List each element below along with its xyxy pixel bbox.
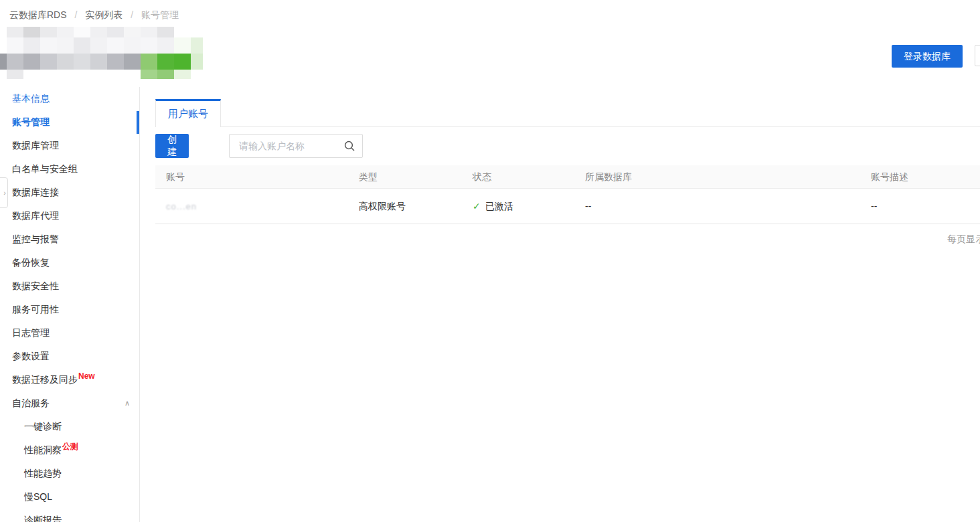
mosaic-cell	[107, 54, 124, 70]
mosaic-cell	[40, 27, 57, 37]
redacted-account-name: co...en	[166, 201, 197, 211]
sidebar-item-label: 备份恢复	[12, 257, 50, 268]
mosaic-cell	[23, 54, 40, 70]
header-actions: 登录数据库 操作指引	[892, 45, 980, 68]
mosaic-cell	[90, 54, 107, 70]
mosaic-cell	[23, 37, 40, 54]
sidebar-item-9[interactable]: 服务可用性	[0, 298, 139, 321]
breadcrumb-account-management: 账号管理	[141, 9, 179, 20]
mosaic-cell	[124, 54, 141, 70]
column-header-description: 账号描述	[871, 165, 908, 188]
mosaic-cell	[40, 54, 57, 70]
mosaic-cell	[124, 37, 141, 54]
mosaic-cell	[124, 27, 141, 37]
mosaic-cell	[7, 27, 23, 37]
mosaic-cell	[57, 54, 74, 70]
sidebar-item-18[interactable]: 诊断报告	[0, 509, 139, 522]
sidebar-item-6[interactable]: 监控与报警	[0, 228, 139, 251]
sidebar-item-3[interactable]: 白名单与安全组	[0, 157, 139, 181]
cell-type: 高权限账号	[359, 189, 406, 224]
mosaic-cell	[57, 27, 74, 37]
mosaic-cell	[141, 54, 157, 70]
tab-user-accounts[interactable]: 用户账号	[155, 99, 221, 127]
sidebar-item-label: 服务可用性	[12, 304, 59, 315]
column-header-databases: 所属数据库	[585, 165, 632, 188]
mosaic-cell	[174, 54, 191, 70]
breadcrumb-instance-list[interactable]: 实例列表	[85, 9, 122, 20]
breadcrumb-separator: /	[74, 9, 77, 20]
mosaic-cell	[191, 54, 203, 70]
mosaic-cell	[157, 27, 174, 37]
sidebar-item-8[interactable]: 数据安全性	[0, 274, 139, 298]
accounts-table: 账号类型状态所属数据库账号描述 co...en高权限账号✓已激活----	[155, 165, 980, 224]
mosaic-cell	[157, 54, 174, 70]
cell-databases: --	[585, 189, 591, 224]
sidebar-item-11[interactable]: 参数设置	[0, 345, 139, 368]
mosaic-cell	[107, 27, 124, 37]
sidebar-item-16[interactable]: 性能趋势	[0, 462, 139, 485]
breadcrumb-separator: /	[131, 9, 133, 20]
sidebar-menu: 基本信息账号管理数据库管理白名单与安全组数据库连接数据库代理监控与报警备份恢复数…	[0, 87, 140, 522]
cell-status: ✓已激活	[473, 189, 513, 224]
sidebar-item-label: 数据迁移及同步	[12, 374, 78, 385]
mosaic-cell	[0, 54, 7, 70]
sidebar-item-5[interactable]: 数据库代理	[0, 204, 139, 228]
sidebar-item-15[interactable]: 性能洞察公测	[0, 438, 139, 462]
mosaic-cell	[7, 70, 23, 79]
sidebar-item-17[interactable]: 慢SQL	[0, 485, 139, 509]
mosaic-cell	[90, 37, 107, 54]
sidebar-item-label: 性能趋势	[24, 468, 62, 478]
sidebar-item-label: 诊断报告	[24, 515, 62, 522]
sidebar-item-label: 慢SQL	[24, 491, 52, 502]
sidebar-item-13[interactable]: 自治服务∧	[0, 392, 139, 415]
sidebar-item-1[interactable]: 账号管理	[0, 110, 139, 134]
sidebar-item-7[interactable]: 备份恢复	[0, 251, 139, 274]
sidebar-item-label: 数据库管理	[12, 140, 59, 151]
rds-account-management-page: { "colors":{"accent":"#1a6bdb","sidebar_…	[0, 0, 980, 522]
sidebar-item-label: 自治服务	[12, 398, 50, 408]
operation-guide-button-clipped[interactable]: 操作指引	[975, 45, 980, 66]
mosaic-cell	[191, 37, 203, 54]
sidebar-collapse-toggle-icon[interactable]: ›	[0, 177, 8, 208]
sidebar-item-10[interactable]: 日志管理	[0, 321, 139, 345]
sidebar-item-label: 基本信息	[12, 93, 50, 104]
sidebar-item-label: 性能洞察	[24, 444, 62, 455]
mosaic-cell	[107, 37, 124, 54]
column-header-status: 状态	[473, 165, 491, 188]
sidebar-item-0[interactable]: 基本信息	[0, 87, 139, 110]
sidebar-item-label: 数据库代理	[12, 210, 59, 221]
column-header-type: 类型	[359, 165, 378, 188]
pagination-per-page-label: 每页显示	[947, 234, 980, 246]
sidebar-item-label: 参数设置	[12, 351, 50, 361]
mosaic-cell	[174, 37, 191, 54]
mosaic-cell	[74, 37, 90, 54]
sidebar-item-label: 一键诊断	[24, 421, 62, 432]
login-database-button[interactable]: 登录数据库	[892, 45, 963, 68]
mosaic-cell	[157, 70, 174, 79]
mosaic-cell	[157, 37, 174, 54]
mosaic-cell	[23, 27, 40, 37]
mosaic-cell	[7, 54, 23, 70]
chevron-up-icon[interactable]: ∧	[125, 392, 130, 415]
table-row: co...en高权限账号✓已激活----	[155, 189, 980, 224]
sidebar-item-4[interactable]: 数据库连接	[0, 181, 139, 204]
mosaic-cell	[141, 37, 157, 54]
tab-strip: 用户账号	[155, 99, 980, 127]
cell-description: --	[871, 189, 877, 224]
breadcrumb: 云数据库RDS / 实例列表 / 账号管理	[9, 9, 179, 21]
account-search-box	[229, 134, 363, 158]
search-input[interactable]	[230, 135, 351, 157]
new-badge: 公测	[62, 435, 78, 458]
sidebar-item-label: 监控与报警	[12, 234, 59, 244]
create-account-button[interactable]: 创建账号	[155, 134, 189, 158]
redacted-instance-name-mosaic	[0, 27, 204, 79]
sidebar-item-12[interactable]: 数据迁移及同步New	[0, 368, 139, 392]
status-active-check-icon: ✓	[473, 201, 481, 211]
search-icon[interactable]	[343, 140, 355, 152]
breadcrumb-rds[interactable]: 云数据库RDS	[9, 9, 67, 20]
sidebar-item-label: 数据安全性	[12, 280, 59, 291]
mosaic-cell	[74, 54, 90, 70]
mosaic-cell	[141, 27, 157, 37]
mosaic-cell	[141, 70, 157, 79]
sidebar-item-2[interactable]: 数据库管理	[0, 134, 139, 157]
